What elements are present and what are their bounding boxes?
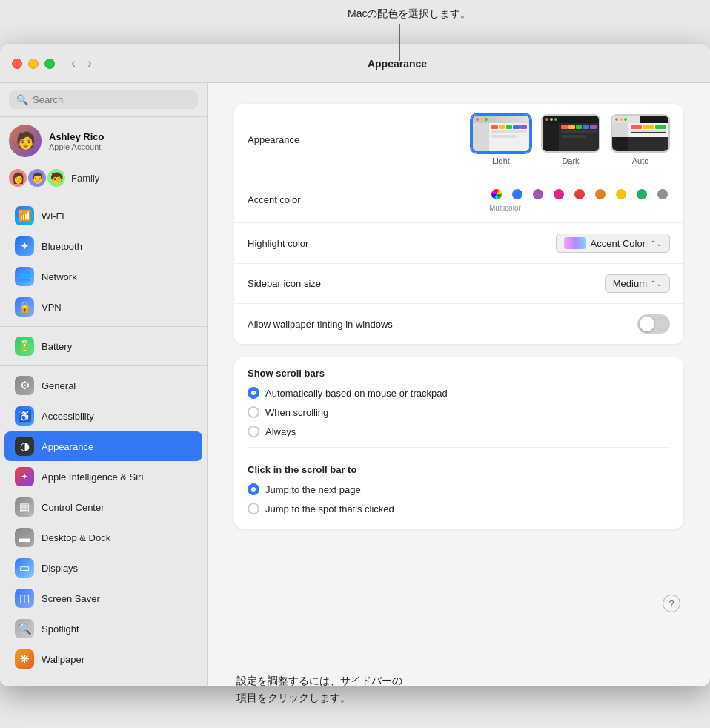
bluetooth-icon: ✦ bbox=[15, 236, 34, 256]
click-next-page-option[interactable]: Jump to the next page bbox=[234, 480, 683, 499]
toggle-thumb bbox=[640, 317, 654, 331]
accent-green[interactable] bbox=[634, 187, 649, 202]
accent-graphite[interactable] bbox=[655, 187, 670, 202]
wallpaper-tinting-toggle[interactable] bbox=[637, 314, 670, 334]
yellow-swatch bbox=[616, 189, 626, 199]
forward-button[interactable]: › bbox=[83, 54, 96, 73]
sidebar-icon-size-button[interactable]: Medium ⌃⌄ bbox=[605, 274, 670, 293]
battery-icon: 🔋 bbox=[15, 337, 34, 356]
general-icon: ⚙ bbox=[15, 376, 34, 395]
control-center-icon: ▦ bbox=[15, 497, 34, 517]
user-section[interactable]: 🧑 Ashley Rico Apple Account bbox=[0, 117, 207, 165]
accent-blue[interactable] bbox=[510, 187, 525, 202]
accent-purple[interactable] bbox=[531, 187, 545, 202]
wifi-icon: 📶 bbox=[15, 206, 34, 225]
sidebar-item-network[interactable]: 🌐 Network bbox=[4, 262, 202, 291]
light-label: Light bbox=[492, 156, 510, 165]
accent-orange[interactable] bbox=[593, 187, 608, 202]
accent-yellow[interactable] bbox=[614, 187, 628, 202]
accent-red[interactable] bbox=[572, 187, 587, 202]
sidebar-divider-3 bbox=[0, 365, 207, 366]
sidebar-item-label: Network bbox=[42, 271, 77, 282]
click-spot-option[interactable]: Jump to the spot that's clicked bbox=[234, 499, 683, 518]
minimize-button[interactable] bbox=[28, 59, 39, 69]
family-label: Family bbox=[71, 173, 99, 184]
sidebar-item-label: Wallpaper bbox=[42, 654, 84, 665]
sidebar-item-displays[interactable]: ▭ Displays bbox=[4, 553, 202, 583]
orange-swatch bbox=[595, 189, 606, 199]
highlight-color-label: Highlight color bbox=[248, 238, 396, 249]
sidebar-item-screen-saver[interactable]: ◫ Screen Saver bbox=[4, 583, 202, 613]
sidebar-item-siri[interactable]: ✦ Apple Intelligence & Siri bbox=[4, 462, 202, 492]
click-spot-label: Jump to the spot that's clicked bbox=[265, 503, 394, 514]
accent-multicolor[interactable] bbox=[489, 187, 504, 202]
scroll-auto-radio[interactable] bbox=[248, 387, 259, 399]
siri-icon: ✦ bbox=[15, 467, 34, 486]
auto-label: Auto bbox=[632, 156, 649, 165]
scroll-when-scrolling-option[interactable]: When scrolling bbox=[234, 403, 683, 422]
sidebar-item-label: Spotlight bbox=[42, 623, 79, 635]
scroll-auto-option[interactable]: Automatically based on mouse or trackpad bbox=[234, 383, 683, 403]
vpn-icon: 🔒 bbox=[15, 297, 34, 317]
sidebar-item-battery[interactable]: 🔋 Battery bbox=[4, 331, 202, 361]
scroll-when-scrolling-radio[interactable] bbox=[248, 406, 259, 418]
accessibility-icon: ♿ bbox=[15, 406, 34, 426]
scroll-always-radio[interactable] bbox=[248, 426, 259, 437]
sidebar-item-label: Control Center bbox=[42, 502, 104, 513]
back-button[interactable]: ‹ bbox=[67, 54, 80, 73]
click-scroll-header: Click in the scroll bar to bbox=[234, 454, 683, 480]
click-next-page-radio[interactable] bbox=[248, 483, 259, 495]
search-icon: 🔍 bbox=[16, 94, 28, 105]
accent-colors bbox=[489, 187, 670, 202]
user-name: Ashley Rico bbox=[49, 131, 104, 142]
appearance-light-option[interactable]: Light bbox=[471, 114, 531, 165]
network-icon: 🌐 bbox=[15, 267, 34, 286]
sidebar-item-vpn[interactable]: 🔒 VPN bbox=[4, 292, 202, 322]
green-swatch bbox=[637, 189, 647, 199]
dark-thumbnail bbox=[541, 114, 600, 153]
appearance-dark-option[interactable]: Dark bbox=[541, 114, 600, 165]
scroll-auto-label: Automatically based on mouse or trackpad bbox=[265, 388, 448, 399]
appearance-card: Appearance bbox=[234, 104, 683, 344]
sidebar-item-accessibility[interactable]: ♿ Accessibility bbox=[4, 401, 202, 431]
sidebar-item-bluetooth[interactable]: ✦ Bluetooth bbox=[4, 231, 202, 261]
family-row[interactable]: 👩 👨 🧒 Family bbox=[0, 165, 207, 191]
sidebar-icon-size-row: Sidebar icon size Medium ⌃⌄ bbox=[234, 264, 683, 304]
scroll-always-option[interactable]: Always bbox=[234, 422, 683, 441]
sidebar-item-wifi[interactable]: 📶 Wi-Fi bbox=[4, 201, 202, 231]
chevron-updown-icon-2: ⌃⌄ bbox=[650, 279, 662, 288]
appearance-label: Appearance bbox=[248, 134, 396, 145]
user-info: Ashley Rico Apple Account bbox=[49, 131, 104, 151]
sidebar-item-wallpaper[interactable]: ❋ Wallpaper bbox=[4, 644, 202, 674]
sidebar-item-label: VPN bbox=[42, 302, 62, 313]
sidebar-item-appearance[interactable]: ◑ Appearance bbox=[4, 431, 202, 461]
window-title: Appearance bbox=[96, 58, 698, 70]
wallpaper-icon: ❋ bbox=[15, 649, 34, 669]
family-avatar-2: 👨 bbox=[28, 169, 46, 187]
accent-color-label: Accent color bbox=[248, 194, 396, 205]
sidebar-item-label: Appearance bbox=[42, 441, 93, 452]
sidebar-item-general[interactable]: ⚙ General bbox=[4, 371, 202, 400]
sidebar-icon-size-value: Medium bbox=[613, 278, 647, 289]
sidebar-divider-2 bbox=[0, 326, 207, 327]
sidebar-item-desktop-dock[interactable]: ▬ Desktop & Dock bbox=[4, 523, 202, 552]
sidebar-item-control-center[interactable]: ▦ Control Center bbox=[4, 492, 202, 522]
click-next-page-label: Jump to the next page bbox=[265, 484, 361, 495]
sidebar-item-spotlight[interactable]: 🔍 Spotlight bbox=[4, 614, 202, 643]
search-input[interactable] bbox=[33, 94, 190, 105]
fullscreen-button[interactable] bbox=[44, 59, 55, 69]
help-button[interactable]: ? bbox=[663, 595, 680, 612]
show-scroll-bars-header: Show scroll bars bbox=[234, 357, 683, 383]
chevron-updown-icon: ⌃⌄ bbox=[650, 239, 662, 248]
blue-swatch bbox=[512, 189, 522, 199]
avatar: 🧑 bbox=[9, 125, 42, 157]
accent-pink[interactable] bbox=[551, 187, 566, 202]
sidebar-item-label: Accessibility bbox=[42, 411, 94, 422]
close-button[interactable] bbox=[12, 59, 22, 69]
highlight-color-button[interactable]: Accent Color ⌃⌄ bbox=[556, 234, 670, 253]
appearance-auto-option[interactable]: Auto bbox=[611, 114, 670, 165]
search-box[interactable]: 🔍 bbox=[9, 90, 198, 109]
click-spot-radio[interactable] bbox=[248, 503, 259, 514]
pink-swatch bbox=[554, 189, 564, 199]
sidebar-divider bbox=[0, 196, 207, 196]
